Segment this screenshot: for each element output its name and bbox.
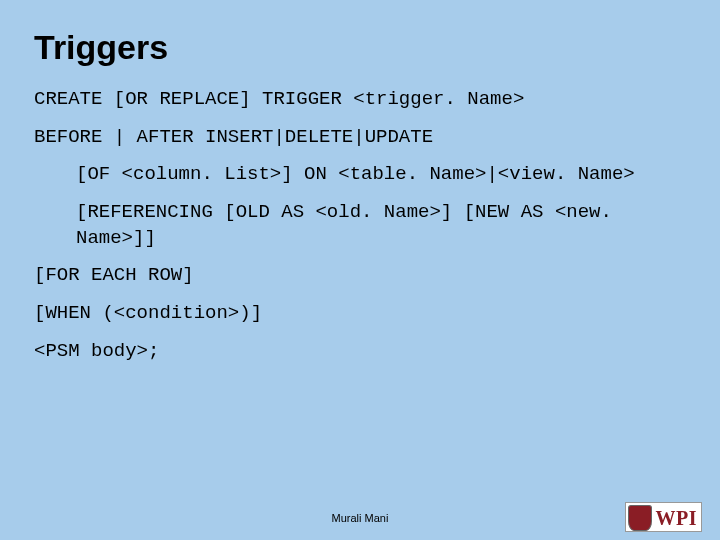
code-line-2: BEFORE | AFTER INSERT|DELETE|UPDATE [34, 125, 686, 151]
footer-author: Murali Mani [0, 512, 720, 524]
code-line-7: <PSM body>; [34, 339, 686, 365]
slide-body: CREATE [OR REPLACE] TRIGGER <trigger. Na… [34, 87, 686, 364]
logo-text: WPI [656, 507, 698, 530]
code-line-6: [WHEN (<condition>)] [34, 301, 686, 327]
shield-icon [628, 505, 652, 531]
code-line-3: [OF <column. List>] ON <table. Name>|<vi… [34, 162, 686, 188]
slide-title: Triggers [34, 28, 686, 67]
code-line-1: CREATE [OR REPLACE] TRIGGER <trigger. Na… [34, 87, 686, 113]
code-line-4: [REFERENCING [OLD AS <old. Name>] [NEW A… [34, 200, 686, 251]
slide: Triggers CREATE [OR REPLACE] TRIGGER <tr… [0, 0, 720, 540]
logo-box: WPI [625, 502, 703, 532]
code-line-5: [FOR EACH ROW] [34, 263, 686, 289]
wpi-logo: WPI [625, 502, 703, 532]
